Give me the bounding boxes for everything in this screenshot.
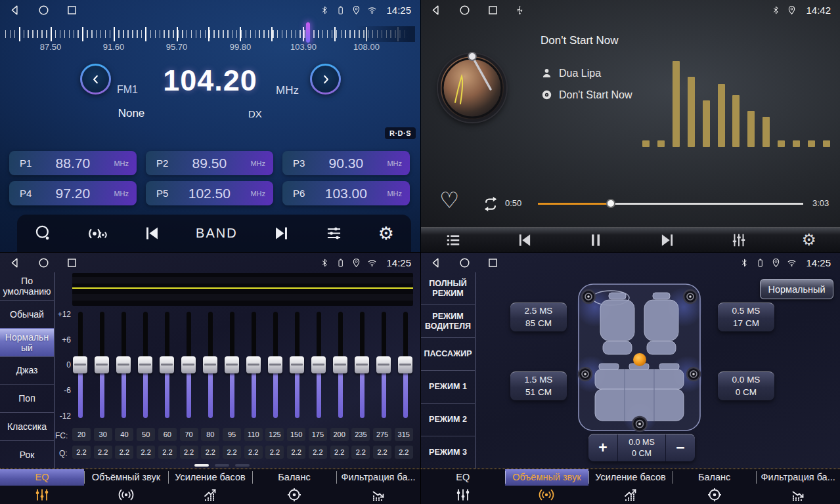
fc-value[interactable]: 235 [351, 428, 370, 441]
q-value[interactable]: 2.2 [265, 446, 284, 459]
preset-button[interactable]: P3 90.30 MHz [282, 151, 410, 175]
settings-button[interactable]: ⚙ [802, 232, 816, 248]
fc-value[interactable]: 40 [115, 428, 133, 441]
listening-mode-item[interactable]: РЕЖИМ ВОДИТЕЛЯ [421, 304, 475, 337]
q-value[interactable]: 2.2 [244, 446, 263, 459]
eq-band-slider[interactable] [159, 310, 175, 418]
listening-mode-item[interactable]: ПОЛНЫЙ РЕЖИМ [421, 272, 475, 304]
favorite-button[interactable]: ♡ [439, 189, 459, 211]
tab-noise-filter[interactable]: Фильтрация ба... [336, 469, 420, 504]
q-value[interactable]: 2.2 [158, 446, 177, 459]
eq-band-slider[interactable] [181, 310, 196, 418]
tab-noise-filter[interactable]: Фильтрация ба... [756, 469, 840, 504]
band-button[interactable]: BAND [196, 226, 238, 241]
home-icon[interactable] [458, 4, 471, 16]
preset-button[interactable]: P4 97.20 MHz [9, 181, 137, 205]
q-value[interactable]: 2.2 [137, 446, 155, 459]
q-value[interactable]: 2.2 [72, 446, 91, 459]
home-icon[interactable] [37, 4, 50, 16]
fc-value[interactable]: 175 [309, 428, 327, 441]
slider-handle[interactable] [95, 356, 109, 373]
eq-band-slider[interactable] [116, 310, 131, 418]
eq-band-slider[interactable] [397, 310, 413, 418]
fc-value[interactable]: 95 [223, 428, 241, 441]
slider-handle[interactable] [138, 356, 152, 373]
recent-apps-icon[interactable] [487, 257, 499, 269]
q-value[interactable]: 2.2 [309, 446, 327, 459]
q-value[interactable]: 2.2 [180, 446, 198, 459]
delay-front-right[interactable]: 0.5 MS 17 CM [718, 303, 774, 331]
eq-band-slider[interactable] [72, 310, 88, 418]
eq-preset-item[interactable]: Рок [0, 440, 54, 469]
tuner-scale[interactable] [5, 26, 415, 42]
fc-value[interactable]: 125 [265, 428, 284, 441]
scan-button[interactable] [34, 224, 52, 242]
slider-handle[interactable] [311, 356, 326, 373]
tab-surround[interactable]: Объёмный звук [505, 469, 589, 504]
eq-band-slider[interactable] [376, 310, 391, 418]
listening-mode-item[interactable]: РЕЖИМ 2 [421, 403, 475, 436]
eq-band-slider[interactable] [267, 310, 283, 418]
slider-handle[interactable] [268, 356, 282, 373]
decrease-delay-button[interactable]: − [666, 434, 695, 461]
delay-rear-left[interactable]: 1.5 MS 51 CM [510, 371, 567, 400]
eq-preset-item[interactable]: Джаз [0, 356, 54, 385]
fc-value[interactable]: 150 [287, 428, 305, 441]
sound-preset-button[interactable]: Нормальный [760, 279, 833, 299]
tuner-needle[interactable] [306, 22, 310, 43]
slider-handle[interactable] [203, 356, 217, 373]
slider-handle[interactable] [290, 356, 304, 373]
recent-apps-icon[interactable] [66, 4, 78, 16]
previous-track-button[interactable] [516, 232, 533, 249]
tune-up-button[interactable] [310, 64, 341, 94]
eq-preset-item[interactable]: По умолчанию [0, 272, 54, 300]
fc-value[interactable]: 110 [244, 428, 263, 441]
seek-thumb[interactable] [606, 199, 615, 208]
eq-band-slider[interactable] [332, 310, 348, 418]
preset-button[interactable]: P6 103.00 MHz [282, 181, 410, 205]
playlist-button[interactable] [445, 232, 462, 249]
tune-down-button[interactable] [80, 64, 111, 94]
tab-eq[interactable]: EQ [0, 469, 84, 504]
car-cabin-diagram[interactable] [577, 282, 702, 432]
fc-value[interactable]: 60 [158, 428, 177, 441]
slider-handle[interactable] [398, 356, 412, 373]
dx-mode-label[interactable]: DX [248, 108, 262, 119]
q-value[interactable]: 2.2 [223, 446, 241, 459]
listening-mode-item[interactable]: ПАССАЖИР [421, 337, 475, 370]
preset-button[interactable]: P1 88.70 MHz [9, 151, 137, 175]
slider-handle[interactable] [376, 356, 391, 373]
back-icon[interactable] [9, 4, 22, 16]
tab-bass-boost[interactable]: Усиление басов [168, 469, 252, 504]
slider-handle[interactable] [181, 356, 196, 373]
home-icon[interactable] [458, 257, 471, 269]
tab-eq[interactable]: EQ [421, 469, 505, 504]
q-value[interactable]: 2.2 [351, 446, 370, 459]
eq-band-slider[interactable] [94, 310, 110, 418]
eq-preset-item[interactable]: Поп [0, 384, 54, 412]
listening-mode-item[interactable]: РЕЖИМ 3 [421, 436, 475, 469]
eq-band-slider[interactable] [224, 310, 240, 418]
eq-band-slider[interactable] [354, 310, 370, 418]
delay-front-left[interactable]: 2.5 MS 85 CM [510, 303, 567, 331]
next-track-button[interactable] [659, 232, 676, 249]
eq-preset-item[interactable]: Нормальный [0, 328, 54, 356]
eq-band-slider[interactable] [289, 310, 305, 418]
q-value[interactable]: 2.2 [201, 446, 219, 459]
tab-surround[interactable]: Объёмный звук [84, 469, 168, 504]
fc-value[interactable]: 80 [201, 428, 219, 441]
fc-value[interactable]: 275 [373, 428, 391, 441]
q-value[interactable]: 2.2 [330, 446, 349, 459]
eq-band-slider[interactable] [202, 310, 218, 418]
slider-handle[interactable] [246, 356, 261, 373]
slider-handle[interactable] [225, 356, 239, 373]
eq-band-slider[interactable] [246, 310, 261, 418]
tab-balance[interactable]: Баланс [673, 469, 757, 504]
equalizer-button[interactable] [730, 232, 747, 249]
delay-rear-right[interactable]: 0.0 MS 0 CM [718, 371, 774, 400]
equalizer-button[interactable] [325, 224, 343, 242]
aps-button[interactable] [87, 223, 108, 244]
pause-button[interactable] [587, 232, 604, 249]
preset-button[interactable]: P2 89.50 MHz [146, 151, 273, 175]
recent-apps-icon[interactable] [487, 4, 499, 16]
